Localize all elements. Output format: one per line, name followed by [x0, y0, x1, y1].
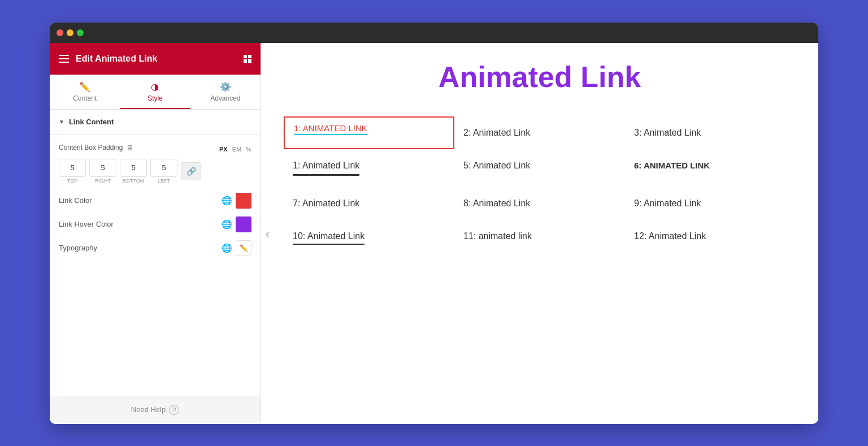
link-item-2[interactable]: 2: Animated Link: [454, 116, 625, 149]
padding-left-input[interactable]: [150, 159, 177, 177]
typography-edit-button[interactable]: ✏️: [236, 240, 251, 256]
sidebar: Edit Animated Link ✏️ Content ◑ Style ⚙️…: [50, 43, 261, 424]
padding-left-group: LEFT: [150, 159, 177, 184]
apps-icon[interactable]: [244, 55, 251, 63]
link-hover-color-swatch[interactable]: [236, 216, 251, 232]
content-tab-icon: ✏️: [79, 81, 90, 92]
link-color-label: Link Color: [59, 196, 222, 205]
link-item-6[interactable]: 6: ANIMATED LINK: [625, 149, 796, 187]
padding-label: Content Box Padding 🖥: [59, 144, 133, 152]
tab-style-label: Style: [147, 94, 163, 102]
padding-units: PX EM %: [219, 146, 251, 153]
link-hover-color-field: Link Hover Color 🌐: [59, 216, 251, 232]
link-item-7[interactable]: 7: Animated Link: [284, 187, 454, 220]
padding-field: Content Box Padding 🖥 PX EM % TOP: [59, 144, 251, 184]
section-arrow-icon: ▼: [59, 119, 64, 125]
link-7-text: 7: Animated Link: [293, 198, 359, 208]
link-1-text: 1: ANIMATED LINK: [294, 123, 367, 135]
link-4-text: 1: Animated Link: [293, 161, 359, 176]
link-item-4[interactable]: 1: Animated Link: [284, 149, 454, 187]
hamburger-icon[interactable]: [59, 55, 69, 63]
unit-percent[interactable]: %: [246, 146, 251, 153]
advanced-tab-icon: ⚙️: [220, 81, 231, 92]
tab-content-label: Content: [73, 94, 97, 102]
content-wrapper: ‹ Animated Link 1: ANIMATED LINK 2: Anim…: [261, 43, 818, 424]
tab-style[interactable]: ◑ Style: [120, 75, 190, 109]
need-help-section: Need Help ?: [50, 396, 261, 424]
padding-bottom-label: BOTTOM: [123, 178, 144, 184]
help-icon[interactable]: ?: [169, 405, 179, 415]
sidebar-tabs: ✏️ Content ◑ Style ⚙️ Advanced: [50, 75, 261, 110]
typography-controls: 🌐 ✏️: [222, 240, 251, 256]
padding-right-group: RIGHT: [89, 159, 116, 184]
minimize-button[interactable]: [67, 29, 73, 36]
link-item-5[interactable]: 5: Animated Link: [454, 149, 625, 187]
back-arrow-icon[interactable]: ‹: [261, 224, 274, 242]
titlebar: [50, 23, 818, 43]
unit-em[interactable]: EM: [232, 146, 242, 153]
link-11-text: 11: animated link: [463, 231, 532, 241]
unit-px[interactable]: PX: [219, 146, 228, 153]
link-5-text: 5: Animated Link: [463, 161, 530, 170]
link-item-12[interactable]: 12: Animated Link: [625, 220, 796, 256]
tab-advanced-label: Advanced: [210, 94, 240, 102]
monitor-icon: 🖥: [126, 144, 133, 152]
padding-label-text: Content Box Padding: [59, 144, 123, 151]
form-section: Content Box Padding 🖥 PX EM % TOP: [50, 135, 261, 396]
link-hover-color-global-icon[interactable]: 🌐: [222, 219, 232, 230]
link-10-text: 10: Animated Link: [293, 231, 364, 245]
close-button[interactable]: [57, 29, 63, 36]
typography-label: Typography: [59, 244, 222, 252]
link-color-swatch[interactable]: [236, 193, 251, 209]
section-title: Link Content: [69, 118, 114, 126]
page-title: Animated Link: [284, 60, 796, 94]
link-color-global-icon[interactable]: 🌐: [222, 196, 232, 206]
link-color-controls: 🌐: [222, 193, 251, 209]
main-window: Edit Animated Link ✏️ Content ◑ Style ⚙️…: [50, 23, 818, 424]
link-item-8[interactable]: 8: Animated Link: [454, 187, 625, 220]
padding-right-label: RIGHT: [95, 178, 111, 184]
maximize-button[interactable]: [77, 29, 84, 36]
padding-left-label: LEFT: [158, 178, 170, 184]
padding-top-input[interactable]: [59, 159, 86, 177]
link-8-text: 8: Animated Link: [463, 198, 530, 208]
sidebar-header: Edit Animated Link: [50, 43, 261, 75]
link-item-9[interactable]: 9: Animated Link: [625, 187, 796, 220]
link-item-10[interactable]: 10: Animated Link: [284, 220, 454, 256]
link-6-text: 6: ANIMATED LINK: [634, 161, 710, 170]
typography-global-icon[interactable]: 🌐: [222, 243, 232, 253]
links-grid: 1: ANIMATED LINK 2: Animated Link 3: Ani…: [284, 116, 796, 256]
link-2-text: 2: Animated Link: [463, 128, 530, 137]
sidebar-title: Edit Animated Link: [76, 54, 237, 64]
style-tab-icon: ◑: [151, 81, 159, 92]
padding-label-row: Content Box Padding 🖥 PX EM %: [59, 144, 251, 155]
link-padding-button[interactable]: 🔗: [181, 162, 201, 180]
section-header: ▼ Link Content: [50, 110, 261, 135]
padding-bottom-group: BOTTOM: [120, 159, 147, 184]
padding-top-label: TOP: [67, 178, 77, 184]
link-3-text: 3: Animated Link: [634, 128, 701, 137]
link-item-3[interactable]: 3: Animated Link: [625, 116, 796, 149]
need-help-text: Need Help: [131, 405, 166, 414]
link-hover-color-controls: 🌐: [222, 216, 251, 232]
link-9-text: 9: Animated Link: [634, 198, 701, 208]
link-12-text: 12: Animated Link: [634, 231, 706, 241]
content-area: Animated Link 1: ANIMATED LINK 2: Animat…: [261, 43, 818, 273]
tab-advanced[interactable]: ⚙️ Advanced: [190, 75, 261, 109]
link-item-11[interactable]: 11: animated link: [454, 220, 625, 256]
link-item-1[interactable]: 1: ANIMATED LINK: [284, 116, 454, 149]
padding-inputs: TOP RIGHT BOTTOM LEFT: [59, 159, 251, 184]
typography-field: Typography 🌐 ✏️: [59, 240, 251, 256]
link-hover-color-label: Link Hover Color: [59, 220, 222, 228]
link-color-field: Link Color 🌐: [59, 193, 251, 209]
padding-bottom-input[interactable]: [120, 159, 147, 177]
tab-content[interactable]: ✏️ Content: [50, 75, 120, 109]
main-area: Edit Animated Link ✏️ Content ◑ Style ⚙️…: [50, 43, 818, 424]
traffic-lights: [57, 29, 84, 36]
padding-right-input[interactable]: [89, 159, 116, 177]
padding-top-group: TOP: [59, 159, 86, 184]
